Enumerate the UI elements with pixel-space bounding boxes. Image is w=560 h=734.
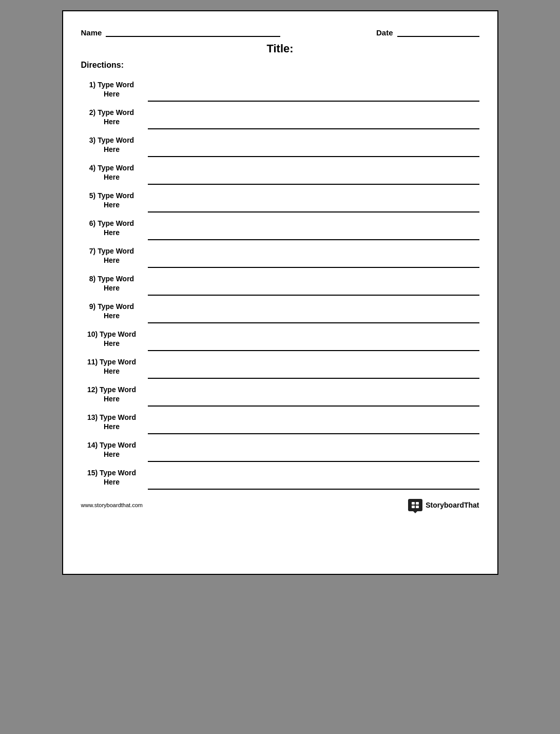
footer-url: www.storyboardthat.com <box>81 502 143 508</box>
vocab-label-9: 9) Type WordHere <box>81 302 148 323</box>
title-row: Title: <box>81 42 479 55</box>
vocab-item: 1) Type WordHere <box>81 75 479 102</box>
vocab-item: 11) Type WordHere <box>81 352 479 379</box>
vocab-item: 7) Type WordHere <box>81 241 479 268</box>
vocab-answer-line-14[interactable] <box>148 450 479 462</box>
header-row: Name Date <box>81 27 479 37</box>
vocab-answer-line-9[interactable] <box>148 311 479 323</box>
vocab-list: 1) Type WordHere2) Type WordHere3) Type … <box>81 75 479 490</box>
vocab-item: 3) Type WordHere <box>81 130 479 157</box>
vocab-item: 9) Type WordHere <box>81 297 479 323</box>
vocab-item: 4) Type WordHere <box>81 158 479 185</box>
vocab-answer-line-8[interactable] <box>148 283 479 296</box>
page-title: Title: <box>266 42 293 55</box>
svg-rect-2 <box>412 506 415 508</box>
vocab-answer-line-5[interactable] <box>148 200 479 213</box>
vocab-label-11: 11) Type WordHere <box>81 357 148 379</box>
vocab-answer-line-7[interactable] <box>148 256 479 268</box>
name-input-line[interactable] <box>106 27 280 37</box>
vocab-label-14: 14) Type WordHere <box>81 440 148 462</box>
vocab-label-13: 13) Type WordHere <box>81 413 148 434</box>
svg-rect-0 <box>412 502 415 505</box>
vocab-answer-line-10[interactable] <box>148 339 479 351</box>
vocab-answer-line-6[interactable] <box>148 228 479 240</box>
vocab-label-10: 10) Type WordHere <box>81 330 148 351</box>
storyboard-logo-icon <box>408 499 422 511</box>
directions-label: Directions: <box>81 61 124 69</box>
footer: www.storyboardthat.com StoryboardThat <box>81 497 479 511</box>
vocab-answer-line-11[interactable] <box>148 366 479 379</box>
vocab-answer-line-15[interactable] <box>148 477 479 490</box>
vocab-item: 12) Type WordHere <box>81 380 479 407</box>
directions-row: Directions: <box>81 61 479 70</box>
vocab-item: 8) Type WordHere <box>81 269 479 296</box>
vocab-label-15: 15) Type WordHere <box>81 468 148 490</box>
vocab-label-4: 4) Type WordHere <box>81 163 148 185</box>
vocab-answer-line-3[interactable] <box>148 145 479 157</box>
vocab-item: 2) Type WordHere <box>81 103 479 129</box>
name-label: Name <box>81 28 102 37</box>
date-label: Date <box>376 28 393 37</box>
vocab-answer-line-4[interactable] <box>148 172 479 185</box>
svg-rect-1 <box>416 502 419 505</box>
footer-logo-text: StoryboardThat <box>426 501 479 509</box>
name-field: Name <box>81 27 281 37</box>
vocab-item: 6) Type WordHere <box>81 214 479 240</box>
date-input-line[interactable] <box>397 27 479 37</box>
vocab-label-2: 2) Type WordHere <box>81 108 148 129</box>
vocab-answer-line-13[interactable] <box>148 422 479 434</box>
vocab-label-12: 12) Type WordHere <box>81 385 148 407</box>
vocab-label-5: 5) Type WordHere <box>81 191 148 213</box>
worksheet-page: Name Date Title: Directions: 1) Type Wor… <box>62 10 498 575</box>
vocab-label-1: 1) Type WordHere <box>81 80 148 102</box>
vocab-label-6: 6) Type WordHere <box>81 219 148 240</box>
vocab-label-8: 8) Type WordHere <box>81 274 148 296</box>
svg-rect-3 <box>416 506 419 508</box>
vocab-answer-line-2[interactable] <box>148 117 479 129</box>
vocab-label-7: 7) Type WordHere <box>81 246 148 268</box>
vocab-item: 13) Type WordHere <box>81 408 479 434</box>
vocab-answer-line-1[interactable] <box>148 89 479 102</box>
vocab-answer-line-12[interactable] <box>148 394 479 407</box>
vocab-item: 14) Type WordHere <box>81 435 479 462</box>
vocab-item: 10) Type WordHere <box>81 324 479 351</box>
vocab-item: 5) Type WordHere <box>81 186 479 213</box>
vocab-item: 15) Type WordHere <box>81 463 479 490</box>
vocab-label-3: 3) Type WordHere <box>81 136 148 157</box>
footer-logo: StoryboardThat <box>408 499 479 511</box>
date-field: Date <box>376 27 479 37</box>
